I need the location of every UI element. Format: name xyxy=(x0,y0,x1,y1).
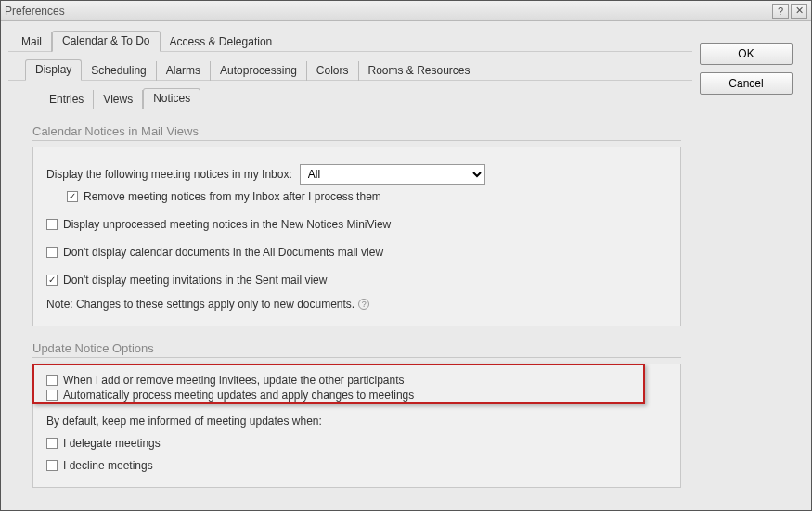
tab-display[interactable]: Display xyxy=(25,59,82,81)
update-participants-row: When I add or remove meeting invitees, u… xyxy=(46,374,667,387)
tabs-top: Mail Calendar & To Do Access & Delegatio… xyxy=(8,29,692,51)
content: Mail Calendar & To Do Access & Delegatio… xyxy=(1,21,811,510)
dont-sent-label: Don't display meeting invitations in the… xyxy=(63,274,327,287)
inbox-filter-label: Display the following meeting notices in… xyxy=(46,168,292,181)
dont-all-docs-row: Don't display calendar documents in the … xyxy=(46,246,667,259)
tabs-sub1: Display Scheduling Alarms Autoprocessing… xyxy=(8,57,692,80)
tab-entries[interactable]: Entries xyxy=(40,90,94,109)
auto-process-checkbox[interactable] xyxy=(46,390,58,401)
auto-process-label: Automatically process meeting updates an… xyxy=(63,389,414,402)
note-row: Note: Changes to these settings apply on… xyxy=(46,298,667,311)
help-button[interactable]: ? xyxy=(772,4,789,19)
tab-rooms-resources[interactable]: Rooms & Resources xyxy=(359,61,480,81)
right-pane: OK Cancel xyxy=(700,29,804,503)
section2-panel: When I add or remove meeting invitees, u… xyxy=(32,364,681,488)
tab-alarms[interactable]: Alarms xyxy=(157,61,211,81)
remove-after-checkbox[interactable] xyxy=(67,191,78,202)
tab-scheduling[interactable]: Scheduling xyxy=(82,61,156,81)
by-default-label: By default, keep me informed of meeting … xyxy=(46,415,322,428)
unprocessed-row: Display unprocessed meeting notices in t… xyxy=(46,218,667,231)
decline-label: I decline meetings xyxy=(63,459,153,472)
tabs-sub2: Entries Views Notices xyxy=(8,86,692,109)
tab-views[interactable]: Views xyxy=(94,90,143,109)
delegate-label: I delegate meetings xyxy=(63,437,161,450)
preferences-window: Preferences ? ✕ Mail Calendar & To Do Ac… xyxy=(0,0,812,511)
dont-sent-row: Don't display meeting invitations in the… xyxy=(46,274,667,287)
cancel-button[interactable]: Cancel xyxy=(700,72,793,95)
tab-colors[interactable]: Colors xyxy=(307,61,359,81)
section2-title: Update Notice Options xyxy=(32,341,681,355)
update-participants-label: When I add or remove meeting invitees, u… xyxy=(63,374,405,387)
update-participants-checkbox[interactable] xyxy=(46,375,58,386)
by-default-row: By default, keep me informed of meeting … xyxy=(46,415,667,428)
tab-autoprocessing[interactable]: Autoprocessing xyxy=(211,61,307,81)
tab-calendar-todo[interactable]: Calendar & To Do xyxy=(52,31,161,52)
tab-access-delegation[interactable]: Access & Delegation xyxy=(161,32,282,52)
section1-panel: Display the following meeting notices in… xyxy=(32,147,681,326)
close-button[interactable]: ✕ xyxy=(791,4,807,19)
dont-all-docs-label: Don't display calendar documents in the … xyxy=(63,246,383,259)
decline-checkbox[interactable] xyxy=(46,460,58,471)
unprocessed-checkbox[interactable] xyxy=(46,219,58,230)
remove-after-row: Remove meeting notices from my Inbox aft… xyxy=(67,190,667,203)
window-title: Preferences xyxy=(5,5,770,18)
inbox-filter-select[interactable]: All xyxy=(300,164,485,185)
note-text: Note: Changes to these settings apply on… xyxy=(46,298,354,311)
decline-row: I decline meetings xyxy=(46,459,667,472)
ok-button[interactable]: OK xyxy=(700,43,793,65)
scroll-area: Calendar Notices in Mail Views Display t… xyxy=(8,115,692,503)
tab-notices[interactable]: Notices xyxy=(143,88,200,109)
dont-all-docs-checkbox[interactable] xyxy=(46,247,58,258)
help-icon[interactable]: ? xyxy=(358,299,369,310)
delegate-checkbox[interactable] xyxy=(46,438,58,449)
remove-after-label: Remove meeting notices from my Inbox aft… xyxy=(84,190,381,203)
dont-sent-checkbox[interactable] xyxy=(46,275,58,286)
tab-mail[interactable]: Mail xyxy=(12,32,52,52)
unprocessed-label: Display unprocessed meeting notices in t… xyxy=(63,218,391,231)
auto-process-row: Automatically process meeting updates an… xyxy=(46,389,667,402)
delegate-row: I delegate meetings xyxy=(46,437,667,450)
inbox-filter-row: Display the following meeting notices in… xyxy=(46,164,667,185)
titlebar: Preferences ? ✕ xyxy=(1,1,811,21)
section1-title: Calendar Notices in Mail Views xyxy=(32,124,681,138)
left-pane: Mail Calendar & To Do Access & Delegatio… xyxy=(8,29,692,503)
